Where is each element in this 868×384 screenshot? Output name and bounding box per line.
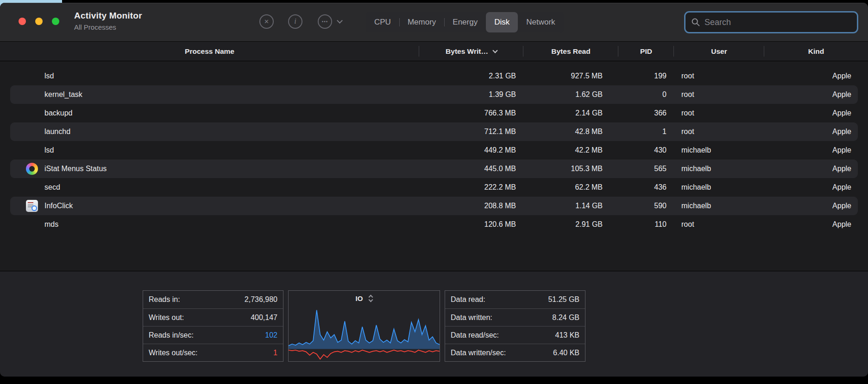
- process-name-label: iStat Menus Status: [44, 165, 107, 173]
- table-row[interactable]: kernel_task 1.39 GB 1.62 GB 0 root Apple: [0, 85, 868, 104]
- stat-value: 102: [265, 331, 277, 339]
- window-controls: [19, 18, 59, 25]
- table-row[interactable]: iStat Menus Status 445.0 MB 105.3 MB 565…: [0, 160, 868, 178]
- table-row[interactable]: launchd 712.1 MB 42.8 MB 1 root Apple: [0, 122, 868, 141]
- cell-bytes-read: 62.2 MB: [523, 178, 618, 197]
- cell-pid: 0: [618, 85, 674, 104]
- stat-label: Data read:: [451, 295, 485, 304]
- minimize-window-button[interactable]: [35, 18, 43, 25]
- app-icon-blank: [26, 107, 38, 119]
- cell-user: root: [674, 122, 764, 141]
- column-label: Process Name: [185, 47, 234, 56]
- process-name-label: kernel_task: [44, 90, 82, 99]
- search-icon: [691, 18, 700, 27]
- cell-kind: Apple: [764, 178, 868, 197]
- cell-pid: 199: [618, 67, 674, 85]
- search-input[interactable]: [704, 18, 851, 27]
- quit-process-button[interactable]: ✕: [259, 14, 274, 29]
- cell-bytes-written: 222.2 MB: [419, 178, 523, 197]
- column-process-name[interactable]: Process Name: [0, 42, 419, 61]
- stat-label: Reads in/sec:: [149, 331, 194, 339]
- column-label: Bytes Writ…: [446, 47, 488, 56]
- search-field[interactable]: [684, 11, 858, 33]
- chart-title-row: IO: [289, 291, 440, 306]
- column-label: Kind: [808, 47, 824, 56]
- cell-bytes-written: 1.39 GB: [419, 85, 523, 104]
- cell-bytes-written: 208.8 MB: [419, 197, 523, 215]
- table-row[interactable]: lsd 2.31 GB 927.5 MB 199 root Apple: [0, 67, 868, 85]
- sort-descending-icon: [492, 48, 497, 53]
- column-kind[interactable]: Kind: [764, 42, 868, 61]
- segment-network[interactable]: Network: [518, 12, 563, 32]
- segment-disk[interactable]: Disk: [486, 12, 518, 32]
- bottom-pane: Reads in: 2,736,980 Writes out: 400,147 …: [0, 271, 868, 377]
- cell-bytes-read: 42.2 MB: [523, 141, 618, 160]
- table-row[interactable]: InfoClick 208.8 MB 1.14 GB 590 michaelb …: [0, 197, 868, 215]
- app-icon-blank: [26, 218, 38, 230]
- cell-kind: Apple: [764, 197, 868, 215]
- process-table: lsd 2.31 GB 927.5 MB 199 root Apple kern…: [0, 61, 868, 271]
- io-chart-svg: [289, 306, 440, 361]
- stat-row: Reads in/sec: 102: [143, 326, 283, 344]
- segment-memory[interactable]: Memory: [399, 12, 444, 32]
- cell-bytes-read: 1.14 GB: [523, 197, 618, 215]
- cell-kind: Apple: [764, 104, 868, 122]
- cell-user: root: [674, 215, 764, 234]
- cell-bytes-read: 105.3 MB: [523, 160, 618, 178]
- more-options-button[interactable]: •••: [318, 14, 342, 29]
- cell-bytes-written: 712.1 MB: [419, 122, 523, 141]
- cell-process-name: launchd: [0, 122, 419, 141]
- stat-value: 2,736,980: [245, 295, 277, 304]
- cell-user: michaelb: [674, 141, 764, 160]
- column-pid[interactable]: PID: [618, 42, 674, 61]
- cell-kind: Apple: [764, 67, 868, 85]
- segment-cpu[interactable]: CPU: [366, 12, 399, 32]
- cell-bytes-written: 449.2 MB: [419, 141, 523, 160]
- chart-selector-icon[interactable]: [369, 295, 372, 301]
- column-label: Bytes Read: [551, 47, 590, 56]
- zoom-window-button[interactable]: [52, 18, 59, 25]
- cell-process-name: backupd: [0, 104, 419, 122]
- column-bytes-written[interactable]: Bytes Writ…: [419, 42, 523, 61]
- io-counts-box: Reads in: 2,736,980 Writes out: 400,147 …: [143, 290, 283, 362]
- cell-bytes-written: 445.0 MB: [419, 160, 523, 178]
- cell-process-name: lsd: [0, 141, 419, 160]
- ellipsis-icon: •••: [318, 14, 332, 29]
- table-row[interactable]: mds 120.6 MB 2.91 GB 110 root Apple: [0, 215, 868, 234]
- cell-bytes-read: 42.8 MB: [523, 122, 618, 141]
- stat-value: 400,147: [251, 314, 277, 322]
- stat-label: Writes out:: [149, 314, 184, 322]
- stat-row: Data read: 51.25 GB: [445, 291, 585, 308]
- cell-pid: 430: [618, 141, 674, 160]
- close-window-button[interactable]: [19, 18, 26, 25]
- app-subtitle: All Processes: [74, 23, 142, 31]
- process-name-label: launchd: [44, 128, 70, 136]
- stat-row: Reads in: 2,736,980: [143, 291, 283, 308]
- infoclick-icon: [26, 200, 38, 212]
- cell-user: root: [674, 85, 764, 104]
- io-chart: [289, 306, 440, 361]
- inspect-process-button[interactable]: i: [288, 14, 302, 29]
- column-label: User: [711, 47, 727, 56]
- table-row[interactable]: lsd 449.2 MB 42.2 MB 430 michaelb Apple: [0, 141, 868, 160]
- column-bytes-read[interactable]: Bytes Read: [523, 42, 618, 61]
- stat-row: Data read/sec: 413 KB: [445, 326, 585, 344]
- stat-row: Writes out/sec: 1: [143, 344, 283, 361]
- cell-bytes-read: 927.5 MB: [523, 67, 618, 85]
- segment-energy[interactable]: Energy: [444, 12, 486, 32]
- view-segmented-control: CPU Memory Energy Disk Network: [366, 12, 564, 32]
- stat-row: Data written: 8.24 GB: [445, 308, 585, 326]
- cell-user: michaelb: [674, 197, 764, 215]
- table-row[interactable]: secd 222.2 MB 62.2 MB 436 michaelb Apple: [0, 178, 868, 197]
- cell-user: michaelb: [674, 178, 764, 197]
- stat-value: 51.25 GB: [548, 295, 579, 304]
- app-icon-blank: [26, 89, 38, 101]
- stat-label: Reads in:: [149, 295, 180, 304]
- cell-pid: 366: [618, 104, 674, 122]
- info-icon: i: [288, 14, 302, 29]
- table-row[interactable]: backupd 766.3 MB 2.14 GB 366 root Apple: [0, 104, 868, 122]
- cell-process-name: lsd: [0, 67, 419, 85]
- cell-process-name: InfoClick: [0, 197, 419, 215]
- title-block: Activity Monitor All Processes: [74, 11, 142, 31]
- column-user[interactable]: User: [674, 42, 764, 61]
